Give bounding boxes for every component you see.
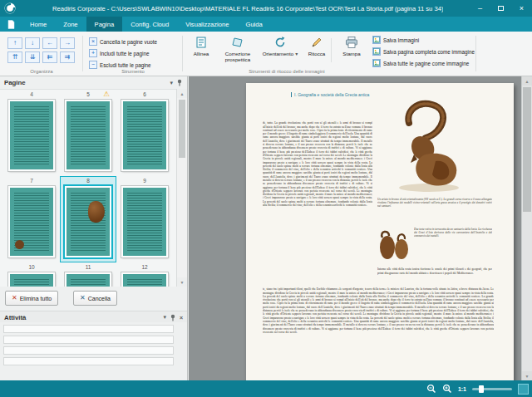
delete-blank-pages-button[interactable]: × Cancella le pagine vuote	[89, 37, 157, 47]
save-full-page-image-button[interactable]: Salva pagina completa come immagine	[372, 47, 475, 56]
chevron-down-icon[interactable]: ▾	[295, 51, 298, 56]
terracotta-heads-image	[377, 228, 411, 264]
page-thumbnail-10[interactable]: 10	[3, 262, 60, 287]
left-text-column: de, tutto. La grande rivoluzione che por…	[263, 121, 372, 279]
close-icon: ×	[520, 4, 524, 12]
clear-button[interactable]: ✕ Cancella	[73, 291, 117, 306]
scrollbar-thumb[interactable]	[179, 100, 185, 158]
include-page-icon: +	[89, 49, 97, 57]
thumbnail-image	[65, 100, 111, 171]
maximize-icon	[498, 6, 504, 11]
align-icon	[195, 34, 208, 49]
ribbon-tab-bar: Home Zone Pagina Config. Cloud Visualizz…	[0, 17, 532, 32]
page-thumbnail-9[interactable]: 9	[116, 176, 173, 262]
include-all-pages-button[interactable]: + Includi tutte le pagine	[89, 48, 150, 58]
group-label-organizza: Organizza	[2, 69, 81, 74]
image-icon	[372, 47, 381, 56]
swap-page-forward-button[interactable]: ⇉	[60, 51, 75, 63]
perspective-icon	[231, 34, 244, 49]
tab-zone[interactable]: Zone	[55, 17, 86, 32]
scroll-down-icon[interactable]: ▼	[177, 277, 187, 287]
print-button[interactable]: Stampa	[336, 34, 367, 71]
thumbnails-scrollbar[interactable]: ▲ ▼	[176, 89, 187, 287]
scroll-up-icon[interactable]: ▲	[522, 76, 532, 86]
pencil-icon	[310, 34, 323, 49]
page-thumbnail-11[interactable]: 11	[60, 262, 116, 287]
zoom-out-icon[interactable]	[426, 384, 436, 394]
chapter-header: I. Geografia e società della Grecia anti…	[291, 92, 369, 97]
title-bar: Readiris Corporate - C:\Users\SWLABWIN10…	[0, 0, 532, 17]
save-all-pages-image-button[interactable]: Salva tutte le pagine come immagine	[372, 58, 469, 68]
move-page-right-button[interactable]: →	[60, 37, 75, 49]
close-icon[interactable]: ×	[180, 315, 183, 321]
thumb-goat-image	[88, 201, 105, 223]
maximize-button[interactable]	[490, 0, 511, 17]
delete-page-icon: ×	[89, 37, 97, 46]
chevron-down-icon[interactable]: ▾	[163, 314, 166, 321]
zoom-1-1-button[interactable]: 1:1	[458, 386, 466, 392]
page-number: 10	[28, 264, 34, 272]
file-menu-button[interactable]	[0, 17, 22, 32]
close-button[interactable]: ×	[511, 0, 532, 17]
activity-list	[0, 322, 187, 380]
tab-visualizzazione[interactable]: Visualizzazione	[177, 17, 237, 32]
retouch-button[interactable]: Ritocca	[303, 34, 331, 71]
chevron-down-icon[interactable]: ▾	[170, 80, 173, 86]
save-images-button[interactable]: Salva Immagini	[372, 35, 419, 45]
thumbnail-image	[8, 272, 55, 287]
delete-all-button[interactable]: ✕ Elimina tutto	[5, 291, 58, 306]
scroll-up-icon[interactable]: ▲	[177, 89, 187, 98]
retouch-label: Ritocca	[308, 51, 326, 56]
tab-home[interactable]: Home	[22, 17, 55, 32]
tab-guida[interactable]: Guida	[237, 17, 270, 32]
page-thumbnail-4[interactable]: 4	[3, 90, 60, 176]
zoom-slider[interactable]	[472, 388, 512, 390]
move-page-left-button[interactable]: ←	[42, 37, 57, 49]
align-button[interactable]: Allinea	[186, 34, 216, 71]
activity-row	[3, 325, 174, 333]
zoom-slider-thumb[interactable]	[479, 385, 484, 393]
page-number: 12	[141, 264, 147, 272]
exclude-all-pages-label: Escludi tutte le pagine	[100, 62, 151, 68]
image-caption: Un ariete in bronzo di età orientalizzan…	[377, 198, 492, 224]
page-thumbnail-6[interactable]: 6	[116, 90, 173, 176]
page-thumbnail-8-selected[interactable]: 8	[60, 176, 116, 262]
group-separator	[475, 36, 476, 71]
page-number: 6	[143, 91, 146, 100]
page-thumbnail-5[interactable]: ⚠ 5	[60, 90, 116, 176]
pin-icon[interactable]	[176, 79, 183, 86]
warning-icon: ⚠	[103, 90, 110, 98]
scrollbar-thumb[interactable]	[523, 87, 531, 212]
tab-config-cloud[interactable]: Config. Cloud	[122, 17, 177, 32]
move-page-first-button[interactable]: ⇈	[7, 51, 22, 63]
page-thumbnail-12[interactable]: 12	[116, 262, 173, 287]
page-number: 9	[143, 178, 146, 186]
window-title: Readiris Corporate - C:\Users\SWLABWIN10…	[52, 5, 443, 12]
move-page-up-button[interactable]: ↑	[7, 37, 22, 49]
pin-icon[interactable]	[170, 314, 176, 321]
move-page-down-button[interactable]: ↓	[25, 37, 40, 49]
minimize-icon: –	[478, 4, 482, 12]
document-viewer: I. Geografia e società della Grecia anti…	[189, 76, 532, 380]
clear-icon: ✕	[80, 295, 86, 301]
document-scrollbar[interactable]: ▲ ▼	[521, 76, 532, 380]
perspective-correction-button[interactable]: Correzione prospettica	[218, 34, 258, 71]
swap-page-back-button[interactable]: ⇇	[42, 51, 57, 63]
orientation-button[interactable]: Orientamento▾	[259, 34, 301, 71]
minimize-button[interactable]: –	[470, 0, 490, 17]
page-thumbnail-7[interactable]: 7	[3, 176, 60, 262]
zoom-in-icon[interactable]	[442, 384, 452, 394]
delete-all-label: Elimina tutto	[20, 296, 52, 301]
document-page: I. Geografia e società della Grecia anti…	[246, 83, 514, 380]
scroll-down-icon[interactable]: ▼	[522, 371, 532, 380]
group-label-strumento: Strumento	[84, 69, 182, 74]
move-page-last-button[interactable]: ⇊	[25, 51, 40, 63]
resize-grip[interactable]	[518, 384, 529, 395]
activity-row	[3, 357, 174, 365]
bottom-text-block: te, siano fra i più importanti filoni, q…	[263, 287, 494, 380]
activity-row	[3, 346, 174, 355]
thumb-artifact-image	[15, 240, 24, 249]
ribbon: ↑ ↓ ← → ⇈ ⇊ ⇇ ⇉ Organizza × Cancella le …	[0, 32, 532, 76]
tab-pagina[interactable]: Pagina	[86, 17, 123, 32]
orientation-label: Orientamento▾	[263, 51, 298, 57]
